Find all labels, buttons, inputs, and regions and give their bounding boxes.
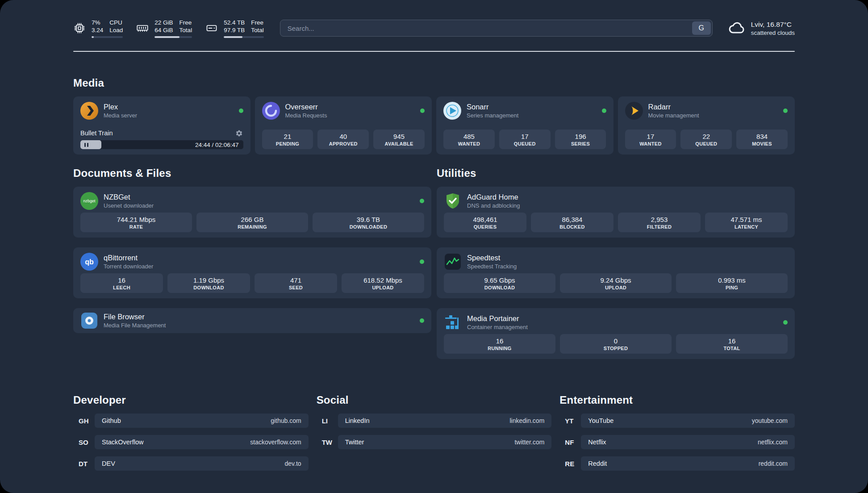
stat-tile: 834 MOVIES xyxy=(736,130,788,149)
search-input[interactable] xyxy=(280,20,713,37)
bookmark-link-github[interactable]: Github github.com xyxy=(95,414,309,428)
speedtest-icon xyxy=(444,253,462,271)
bookmark-abbr: YT xyxy=(559,417,581,425)
utilities-column: Utilities AdGuard Home DNS and adblockin… xyxy=(437,167,795,369)
section-title-media: Media xyxy=(73,77,795,89)
bookmark-abbr: DT xyxy=(73,460,95,468)
svg-text:qb: qb xyxy=(85,258,94,266)
portainer-icon xyxy=(444,313,462,331)
app-name: NZBGet xyxy=(104,192,414,202)
overseerr-card[interactable]: Overseerr Media Requests 21 PENDING 40 A… xyxy=(255,96,432,155)
disk-total-value: 97.9 TB xyxy=(224,26,245,34)
settings-gear-icon[interactable] xyxy=(235,129,243,137)
stat-tile: 1.19 Gbps DOWNLOAD xyxy=(167,273,250,293)
top-bar: 7% CPU 3.24 Load xyxy=(73,17,795,39)
filebrowser-card[interactable]: File Browser Media File Management xyxy=(73,308,431,333)
status-dot xyxy=(602,109,606,113)
adguard-card[interactable]: AdGuard Home DNS and adblocking 498,461 … xyxy=(437,187,795,238)
ram-total-label: Total xyxy=(179,26,192,34)
speedtest-card[interactable]: Speedtest Speedtest Tracking 9.65 Gbps D… xyxy=(437,247,795,298)
documents-column: Documents & Files nzbget NZBGet Usenet d… xyxy=(73,167,431,343)
sonarr-card[interactable]: Sonarr Series management 485 WANTED 17 Q… xyxy=(436,96,613,155)
developer-column: Developer GH Github github.com SO StackO… xyxy=(73,394,309,478)
search-engine-button[interactable]: G xyxy=(692,21,711,35)
social-column: Social LI LinkedIn linkedin.com TW Twitt… xyxy=(317,394,552,478)
app-name: Plex xyxy=(104,102,234,112)
weather-widget[interactable]: Lviv, 16.87°C scattered clouds xyxy=(728,19,795,37)
disk-icon xyxy=(205,22,218,34)
plex-icon xyxy=(80,102,98,120)
stat-tile: 21 PENDING xyxy=(262,130,313,149)
bookmark-row: GH Github github.com xyxy=(73,414,309,428)
bookmark-row: LI LinkedIn linkedin.com xyxy=(317,414,552,428)
ram-free-value: 22 GiB xyxy=(154,19,173,26)
bookmark-abbr: SO xyxy=(73,439,95,446)
middle-columns: Documents & Files nzbget NZBGet Usenet d… xyxy=(73,167,795,369)
bookmark-row: NF Netflix netflix.com xyxy=(559,435,795,449)
cpu-load-value: 3.24 xyxy=(92,26,103,34)
entertainment-column: Entertainment YT YouTube youtube.com NF … xyxy=(559,394,795,478)
qbittorrent-icon: qb xyxy=(80,253,98,271)
section-title-utilities: Utilities xyxy=(437,167,795,180)
bookmark-row: DT DEV dev.to xyxy=(73,456,309,471)
bookmark-abbr: NF xyxy=(559,439,581,446)
stat-tile: 9.65 Gbps DOWNLOAD xyxy=(444,273,555,293)
ram-metric: 22 GiB Free 64 GiB Total xyxy=(136,19,192,38)
section-title-documents: Documents & Files xyxy=(73,167,431,180)
now-playing-widget: Bullet Train 24:44 / 02:06:47 xyxy=(80,129,243,149)
bookmark-row: SO StackOverflow stackoverflow.com xyxy=(73,435,309,449)
ram-free-label: Free xyxy=(179,19,192,26)
stat-tile: 196 SERIES xyxy=(555,130,606,149)
app-name: Media Portainer xyxy=(467,314,778,323)
stat-tile: 0.993 ms PING xyxy=(676,273,788,293)
stat-tile: 47.571 ms LATENCY xyxy=(705,213,788,232)
stat-tile: 16 RUNNING xyxy=(444,334,555,354)
cloud-icon xyxy=(728,19,746,37)
bookmark-link-stackoverflow[interactable]: StackOverflow stackoverflow.com xyxy=(95,435,309,449)
section-title-developer: Developer xyxy=(73,394,309,406)
qbittorrent-card[interactable]: qb qBittorrent Torrent downloader 16 LEE… xyxy=(73,247,431,298)
bookmark-link-youtube[interactable]: YouTube youtube.com xyxy=(581,414,795,428)
cpu-icon xyxy=(73,22,86,34)
ram-icon xyxy=(136,22,149,34)
app-name: Radarr xyxy=(648,102,778,112)
nzbget-card[interactable]: nzbget NZBGet Usenet downloader 744.21 M… xyxy=(73,187,431,238)
stat-tile: 945 AVAILABLE xyxy=(373,130,425,149)
disk-metric: 52.4 TB Free 97.9 TB Total xyxy=(205,19,264,38)
weather-condition: scattered clouds xyxy=(751,29,795,37)
bookmark-row: TW Twitter twitter.com xyxy=(317,435,552,449)
stat-tile: 266 GB REMAINING xyxy=(196,213,308,232)
bookmark-link-twitter[interactable]: Twitter twitter.com xyxy=(338,435,552,449)
radarr-icon xyxy=(625,102,643,120)
section-title-entertainment: Entertainment xyxy=(559,394,795,406)
bookmark-link-dev[interactable]: DEV dev.to xyxy=(95,456,309,471)
playback-progress-bar[interactable]: 24:44 / 02:06:47 xyxy=(80,140,243,149)
app-name: qBittorrent xyxy=(104,253,414,263)
bookmark-link-netflix[interactable]: Netflix netflix.com xyxy=(581,435,795,449)
bookmark-link-linkedin[interactable]: LinkedIn linkedin.com xyxy=(338,414,552,428)
cpu-metric: 7% CPU 3.24 Load xyxy=(73,19,123,38)
bookmark-row: RE Reddit reddit.com xyxy=(559,456,795,471)
playback-time: 24:44 / 02:06:47 xyxy=(195,142,239,148)
stat-tile: 16 LEECH xyxy=(80,273,163,293)
stat-tile: 16 TOTAL xyxy=(676,334,788,354)
disk-usage-bar xyxy=(224,36,264,38)
ram-usage-bar xyxy=(154,36,192,38)
radarr-card[interactable]: Radarr Movie management 17 WANTED 22 QUE… xyxy=(618,96,795,155)
app-subtitle: DNS and adblocking xyxy=(467,202,788,209)
stat-tile: 498,461 QUERIES xyxy=(444,213,526,232)
bookmark-columns: Developer GH Github github.com SO StackO… xyxy=(73,394,795,478)
status-dot xyxy=(420,318,424,323)
stat-tile: 40 APPROVED xyxy=(317,130,369,149)
bookmark-link-reddit[interactable]: Reddit reddit.com xyxy=(581,456,795,471)
ram-usage-fill xyxy=(154,36,179,38)
stat-tile: 0 STOPPED xyxy=(560,334,672,354)
cpu-label: CPU xyxy=(109,19,123,26)
search-bar: G xyxy=(280,20,713,37)
app-subtitle: Movie management xyxy=(648,112,778,119)
portainer-card[interactable]: Media Portainer Container management 16 … xyxy=(437,308,795,359)
stat-tile: 17 WANTED xyxy=(625,130,676,149)
plex-card[interactable]: Plex Media server Bullet Train xyxy=(73,96,250,155)
stat-tile: 17 QUEUED xyxy=(499,130,551,149)
pause-icon[interactable] xyxy=(84,143,88,147)
